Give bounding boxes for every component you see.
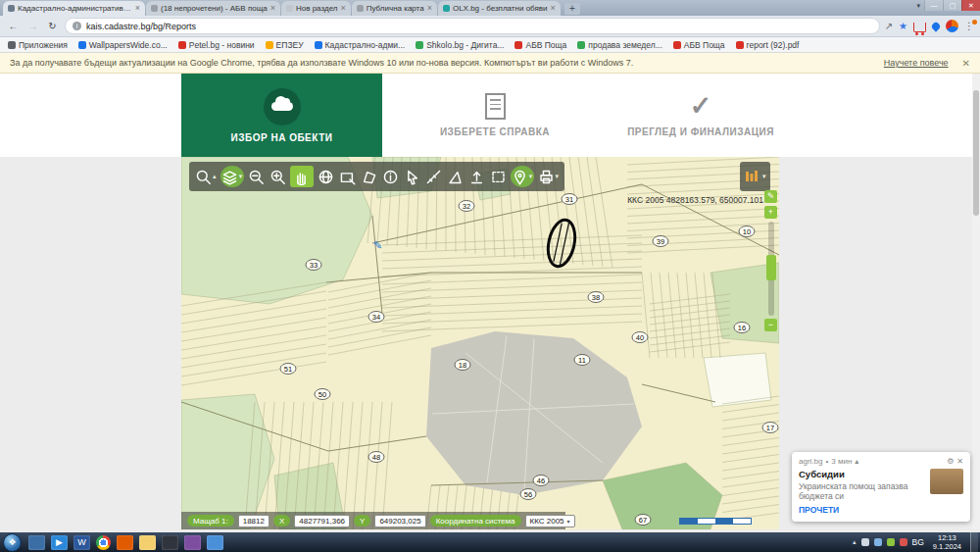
tray-app-icon[interactable] xyxy=(861,538,869,546)
read-link[interactable]: ПРОЧЕТИ xyxy=(799,505,963,515)
folder-icon[interactable] xyxy=(139,535,156,550)
parcel-label[interactable]: 11 xyxy=(574,355,590,366)
chevron-down-icon[interactable]: ▾ xyxy=(762,173,766,180)
polygon-select-tool[interactable] xyxy=(360,166,378,187)
notification-close-icon[interactable]: ✕ xyxy=(956,457,963,466)
browser-tab[interactable]: (18 непрочетени) - АБВ поща× xyxy=(146,1,280,16)
scrollbar-thumb[interactable] xyxy=(973,90,979,216)
settings-gear-icon[interactable]: ⚙ xyxy=(947,457,954,466)
parcel-label[interactable]: 51 xyxy=(280,364,296,375)
parcel-label[interactable]: 46 xyxy=(533,476,549,486)
news-notification[interactable]: agri.bg • 3 мин ▴ ⚙ ✕ Субсидии Украинска… xyxy=(792,452,970,522)
measure-area-tool[interactable] xyxy=(446,166,465,187)
map-canvas[interactable]: ✎323139103334381640181151504846566717 xyxy=(181,157,779,529)
menu-icon[interactable]: ⋮ xyxy=(964,21,974,31)
bookmark-item[interactable]: Petel.bg - новини xyxy=(178,40,255,50)
rect-select-tool[interactable] xyxy=(338,166,357,187)
layers-tool[interactable]: ▾ xyxy=(220,166,244,187)
zoom-in-button[interactable]: + xyxy=(764,206,777,219)
tab-close-icon[interactable]: × xyxy=(551,4,556,13)
parcel-label[interactable]: 31 xyxy=(562,194,577,205)
tab-close-icon[interactable]: × xyxy=(427,4,432,13)
tab-close-icon[interactable]: × xyxy=(135,4,140,13)
browser-tab[interactable]: Кадастрално-административнат...× xyxy=(3,1,145,16)
bookmark-item[interactable]: ЕПЗЕУ xyxy=(266,40,304,50)
parcel-label[interactable]: 33 xyxy=(306,260,321,271)
bookmark-item[interactable]: Shkolo.bg - Дигита... xyxy=(416,40,504,50)
chevron-down-icon[interactable]: ▾ xyxy=(529,173,533,180)
new-tab-button[interactable]: + xyxy=(564,3,580,15)
step-review-finalize[interactable]: ✓ ПРЕГЛЕД И ФИНАЛИЗАЦИЯ xyxy=(617,74,784,157)
tab-close-icon[interactable]: × xyxy=(341,4,346,13)
zoom-out-button[interactable]: − xyxy=(764,319,777,331)
chevron-up-icon[interactable]: ▴ xyxy=(213,173,217,180)
hand-tool[interactable] xyxy=(290,166,314,187)
show-desktop-button[interactable] xyxy=(970,532,978,552)
marker-tool[interactable]: ▾ xyxy=(511,166,534,187)
parcel-label[interactable]: 56 xyxy=(520,489,536,500)
chrome-icon[interactable] xyxy=(96,535,111,550)
cart-icon[interactable] xyxy=(913,23,926,32)
measure-line-tool[interactable] xyxy=(424,166,443,187)
parcel-label[interactable]: 16 xyxy=(734,323,750,333)
upload-tool[interactable] xyxy=(467,166,486,187)
chevron-down-icon[interactable]: ▾ xyxy=(239,173,243,180)
bookmark-item[interactable]: Приложения xyxy=(8,40,68,50)
firefox-icon[interactable] xyxy=(117,535,133,550)
legend-icon[interactable] xyxy=(744,169,760,184)
refresh-button[interactable]: ↻ xyxy=(45,19,60,33)
page-scrollbar[interactable] xyxy=(972,75,980,529)
parcel-label[interactable]: 67 xyxy=(635,515,651,526)
browser-tab[interactable]: OLX.bg - безплатни обяви× xyxy=(438,1,561,16)
antivirus-tray-icon[interactable] xyxy=(887,538,895,546)
cadastre-map[interactable]: ✎323139103334381640181151504846566717 ▴▾… xyxy=(181,157,779,529)
chevron-down-icon[interactable]: ▾ xyxy=(556,173,560,180)
bookmark-item[interactable]: АБВ Поща xyxy=(673,40,725,50)
profile-avatar[interactable] xyxy=(946,20,958,32)
app-window-icon[interactable] xyxy=(28,535,45,550)
globe-tool[interactable] xyxy=(317,166,335,187)
viber-icon[interactable] xyxy=(184,535,201,550)
notice-close-icon[interactable]: ✕ xyxy=(962,58,970,69)
extent-select-tool[interactable] xyxy=(489,166,508,187)
share-icon[interactable]: ↗ xyxy=(885,21,893,32)
zoom-slider-handle[interactable] xyxy=(766,255,776,280)
clock[interactable]: 12:13 9.1.2024 xyxy=(933,533,961,552)
parcel-label[interactable]: 34 xyxy=(368,312,384,323)
minimize-button[interactable]: — xyxy=(924,0,943,11)
maximize-button[interactable]: ▢ xyxy=(943,0,961,11)
browser-tab[interactable]: Публична карта× xyxy=(352,1,437,16)
start-button[interactable]: ❖ xyxy=(3,533,22,552)
step-select-report[interactable]: ИЗБЕРЕТЕ СПРАВКА xyxy=(421,74,568,157)
parcel-label[interactable]: 50 xyxy=(315,389,330,400)
hidden-icons-chevron[interactable]: ▴ xyxy=(853,538,857,546)
bookmark-item[interactable]: report (92).pdf xyxy=(736,40,800,50)
parcel-label[interactable]: 18 xyxy=(455,360,470,371)
volume-tray-icon[interactable] xyxy=(900,538,907,546)
parcel-label[interactable]: 17 xyxy=(762,423,778,433)
parcel-label[interactable]: 39 xyxy=(653,236,668,247)
chevron-up-icon[interactable]: ▴ xyxy=(855,457,858,466)
info-tool[interactable] xyxy=(381,166,400,187)
language-indicator[interactable]: BG xyxy=(912,537,924,547)
close-button[interactable]: ✕ xyxy=(961,0,980,11)
zoom-slider[interactable] xyxy=(768,222,774,316)
photos-icon[interactable] xyxy=(207,535,223,550)
edit-pencil-button[interactable]: ✎ xyxy=(764,190,777,203)
word-icon[interactable]: W xyxy=(74,535,90,550)
learn-more-link[interactable]: Научете повече xyxy=(884,58,949,68)
parcel-label[interactable]: 38 xyxy=(588,292,604,303)
magnifier-minus-tool[interactable] xyxy=(247,166,266,187)
bookmark-item[interactable]: АБВ Поща xyxy=(514,40,566,50)
parcel-label[interactable]: 10 xyxy=(739,226,755,237)
bookmark-item[interactable]: продава земедел... xyxy=(577,40,662,50)
bookmark-item[interactable]: Кадастрално-адми... xyxy=(315,40,406,50)
network-tray-icon[interactable] xyxy=(874,538,882,546)
parcel-label[interactable]: 32 xyxy=(459,201,474,212)
site-info-icon[interactable]: i xyxy=(73,22,81,30)
parcel-label[interactable]: 40 xyxy=(632,332,648,343)
browser-tab[interactable]: Нов раздел× xyxy=(281,1,351,16)
crs-select[interactable]: ККС 2005▾ xyxy=(525,515,575,527)
address-bar[interactable]: i kais.cadastre.bg/bg/Reports xyxy=(65,18,880,34)
tab-search-icon[interactable]: ▾ xyxy=(916,2,920,10)
